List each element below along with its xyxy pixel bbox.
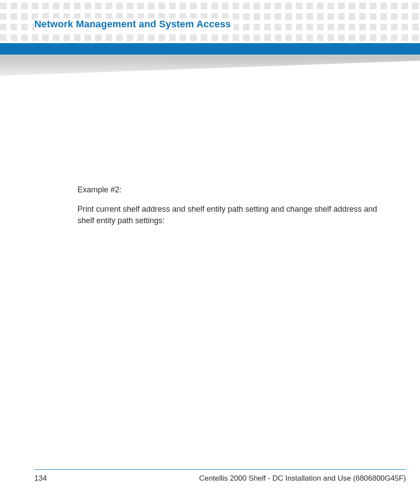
page-footer: 134 Centellis 2000 Shelf - DC Installati… bbox=[34, 469, 406, 483]
document-title: Centellis 2000 Shelf - DC Installation a… bbox=[199, 474, 406, 483]
header-wedge bbox=[0, 55, 420, 77]
header-blue-bar bbox=[0, 43, 420, 55]
page: Network Management and System Access Exa… bbox=[0, 0, 420, 504]
page-title: Network Management and System Access bbox=[34, 18, 234, 30]
content-body: Example #2: Print current shelf address … bbox=[77, 184, 386, 234]
footer-rule bbox=[34, 469, 406, 470]
decor-dot-row bbox=[0, 34, 420, 41]
page-number: 134 bbox=[34, 474, 47, 483]
footer-line: 134 Centellis 2000 Shelf - DC Installati… bbox=[34, 474, 406, 483]
example-paragraph: Print current shelf address and shelf en… bbox=[77, 203, 386, 226]
decor-dot-row bbox=[0, 3, 420, 9]
example-label: Example #2: bbox=[77, 184, 386, 195]
